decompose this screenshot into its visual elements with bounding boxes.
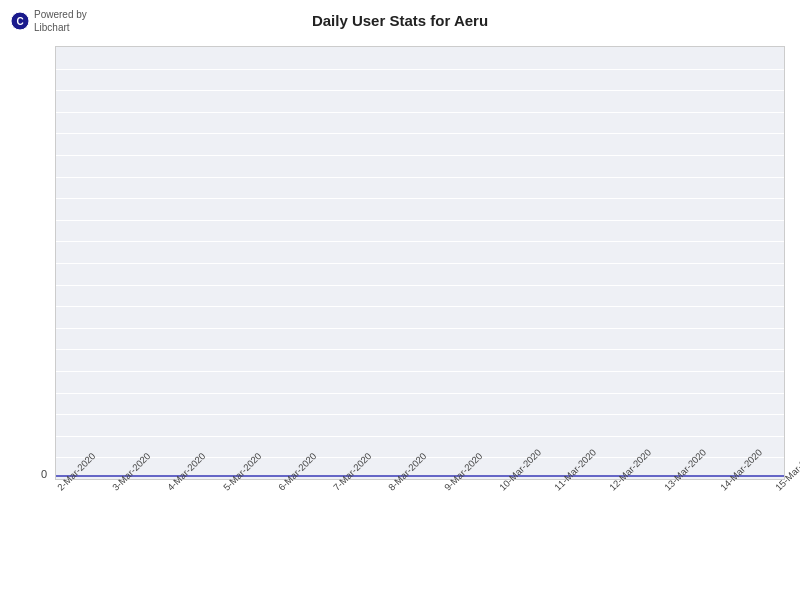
grid-line xyxy=(56,328,784,329)
chart-container: C Powered by Libchart Daily User Stats f… xyxy=(0,0,800,600)
grid-line xyxy=(56,112,784,113)
grid-line xyxy=(56,414,784,415)
grid-line xyxy=(56,371,784,372)
y-label-zero: 0 xyxy=(41,468,47,480)
grid-line xyxy=(56,263,784,264)
grid-line xyxy=(56,90,784,91)
grid-line xyxy=(56,198,784,199)
grid-lines xyxy=(56,47,784,479)
grid-line xyxy=(56,133,784,134)
grid-line xyxy=(56,177,784,178)
chart-area xyxy=(55,46,785,480)
grid-line xyxy=(56,220,784,221)
x-axis: 2-Mar-20203-Mar-20204-Mar-20205-Mar-2020… xyxy=(55,480,785,590)
grid-line xyxy=(56,285,784,286)
grid-line xyxy=(56,69,784,70)
grid-line xyxy=(56,306,784,307)
grid-line xyxy=(56,436,784,437)
grid-line xyxy=(56,349,784,350)
grid-line xyxy=(56,155,784,156)
chart-title: Daily User Stats for Aeru xyxy=(0,12,800,29)
grid-line xyxy=(56,241,784,242)
y-axis-labels: 0 xyxy=(0,46,55,480)
grid-line xyxy=(56,393,784,394)
